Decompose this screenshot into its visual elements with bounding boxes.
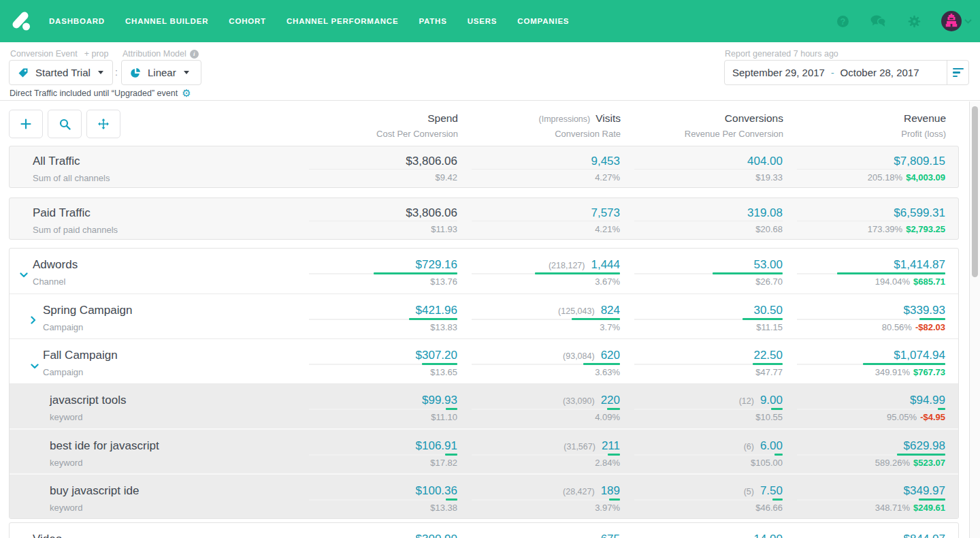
row-title[interactable]: All Traffic <box>33 155 295 168</box>
row-title[interactable]: Adwords <box>33 258 295 272</box>
column-header-visits[interactable]: (Impressions)VisitsConversion Rate <box>458 112 621 139</box>
metric-cell: $349.97348.71%$249.61 <box>783 475 945 518</box>
cell-value[interactable]: $421.96 <box>416 304 457 317</box>
table-row[interactable]: javascript toolskeyword$99.93$11.10(33,0… <box>10 383 958 428</box>
cell-value[interactable]: $106.91 <box>416 439 457 453</box>
filter-colon: : <box>115 67 118 78</box>
nav-item-paths[interactable]: PATHS <box>419 17 446 25</box>
info-icon[interactable]: i <box>190 50 199 59</box>
cell-value[interactable]: 620 <box>601 349 620 362</box>
table-row[interactable]: best ide for javascriptkeyword$106.91$17… <box>10 428 958 473</box>
cell-value[interactable]: 404.00 <box>747 155 783 168</box>
nav-item-channel-builder[interactable]: CHANNEL BUILDER <box>125 17 208 25</box>
table-row[interactable]: AdwordsChannel$729.16$13.76(218,127)1,44… <box>10 249 958 294</box>
metric-cell: (218,127)1,4443.67% <box>457 249 620 294</box>
cell-value[interactable]: $729.16 <box>416 258 457 272</box>
row-name-block: Spring CampaignCampaign <box>10 294 295 338</box>
cell-value[interactable]: $6,599.31 <box>894 206 945 220</box>
nav-item-channel-performance[interactable]: CHANNEL PERFORMANCE <box>287 17 399 25</box>
cell-value[interactable]: $7,809.15 <box>894 155 945 168</box>
cell-value[interactable]: 6.00 <box>760 439 783 453</box>
add-prop-label[interactable]: + prop <box>84 49 109 59</box>
row-title[interactable]: best ide for javascript <box>50 439 295 453</box>
cell-value[interactable]: 22.50 <box>753 349 783 362</box>
metric-cell: (5)7.50$46.66 <box>620 475 783 518</box>
table-row[interactable]: buy javascript idekeyword$100.36$13.38(2… <box>10 473 958 518</box>
cell-value[interactable]: $307.20 <box>416 349 457 362</box>
column-header-revenue[interactable]: RevenueProfit (loss) <box>783 112 946 139</box>
table-row[interactable]: Paid TrafficSum of paid channels$3,806.0… <box>10 198 958 239</box>
conversion-event-label: Conversion Event+ prop <box>10 49 108 59</box>
table-row[interactable]: All TrafficSum of all channels$3,806.06$… <box>10 146 958 187</box>
sub-value: $11.93 <box>431 224 457 234</box>
cell-value[interactable]: $349.97 <box>904 484 945 498</box>
attribution-logo-icon[interactable] <box>12 10 31 32</box>
account-chevron-icon[interactable] <box>964 19 972 24</box>
value-track <box>634 221 783 221</box>
nav-item-dashboard[interactable]: DASHBOARD <box>49 17 105 25</box>
profit-pct: 95.05% <box>887 412 917 422</box>
cell-value[interactable]: $94.99 <box>910 394 945 407</box>
table-row[interactable]: VideoChannel$300.9067514.00$844.07 <box>10 523 958 538</box>
cell-value[interactable]: $1,414.87 <box>894 258 945 272</box>
nav-item-users[interactable]: USERS <box>468 17 497 25</box>
cell-value[interactable]: $844.07 <box>904 533 945 538</box>
date-filter-button[interactable] <box>947 61 968 84</box>
row-title[interactable]: javascript tools <box>50 394 295 407</box>
metric-cell: 22.50$47.77 <box>620 339 783 383</box>
cell-value[interactable]: $629.98 <box>904 439 945 453</box>
cell-value[interactable]: 675 <box>601 533 620 538</box>
value-bar <box>742 318 783 320</box>
value-bar <box>897 454 945 456</box>
cell-value[interactable]: 30.50 <box>753 304 783 317</box>
row-name-block: Fall CampaignCampaign <box>10 339 295 383</box>
sub-value: $47.77 <box>755 367 783 377</box>
cell-value[interactable]: 189 <box>601 484 620 498</box>
row-title[interactable]: Paid Traffic <box>33 206 295 220</box>
attribution-model-select[interactable]: Linear <box>121 60 201 85</box>
cell-value[interactable]: $1,074.94 <box>894 349 945 362</box>
nav-item-companies[interactable]: COMPANIES <box>517 17 569 25</box>
cell-value[interactable]: 319.08 <box>747 206 783 220</box>
cell-value[interactable]: 1,444 <box>591 258 620 272</box>
table-row[interactable]: Fall CampaignCampaign$307.20$13.65(93,08… <box>10 338 958 383</box>
column-subtitle: Cost Per Conversion <box>295 129 458 139</box>
row-title[interactable]: buy javascript ide <box>50 484 295 498</box>
cell-value[interactable]: 9,453 <box>591 155 620 168</box>
nav-item-cohort[interactable]: COHORT <box>229 17 266 25</box>
avatar[interactable] <box>941 11 962 31</box>
cell-value[interactable]: 53.00 <box>753 258 783 272</box>
sub-value: 3.97% <box>595 503 620 513</box>
table-row[interactable]: Spring CampaignCampaign$421.96$13.83(125… <box>10 294 958 338</box>
profit-value: $249.61 <box>913 503 945 513</box>
scrollbar-thumb[interactable] <box>972 106 978 277</box>
column-header-conversions[interactable]: ConversionsRevenue Per Conversion <box>621 112 783 139</box>
chat-icon[interactable] <box>870 15 886 27</box>
row-title[interactable]: Video <box>33 533 295 538</box>
cell-value[interactable]: 220 <box>601 394 620 407</box>
cell-value[interactable]: 9.00 <box>760 394 783 407</box>
column-subtitle: Revenue Per Conversion <box>621 129 783 139</box>
cell-pre-value: (93,084) <box>563 351 595 361</box>
cell-value[interactable]: $100.36 <box>416 484 457 498</box>
cell-value[interactable]: $300.90 <box>416 533 457 538</box>
row-title[interactable]: Spring Campaign <box>43 304 295 317</box>
cell-value[interactable]: $99.93 <box>422 394 457 407</box>
cell-value[interactable]: 7.50 <box>760 484 783 498</box>
conversion-event-select[interactable]: Started Trial <box>9 60 113 85</box>
scrollbar[interactable] <box>969 101 980 538</box>
cell-value[interactable]: 7,573 <box>591 206 620 220</box>
cell-value[interactable]: $339.93 <box>904 304 945 317</box>
row-title[interactable]: Fall Campaign <box>43 349 295 362</box>
metric-cell: 7,5734.21% <box>457 198 620 239</box>
sub-value: 3.7% <box>600 322 620 332</box>
cell-value[interactable]: 211 <box>602 439 620 453</box>
column-header-spend[interactable]: SpendCost Per Conversion <box>295 112 458 139</box>
cell-value[interactable]: 14.00 <box>753 533 783 538</box>
cell-pre-value: (28,427) <box>563 487 595 496</box>
help-icon[interactable]: ? <box>837 16 849 27</box>
cell-value[interactable]: 824 <box>601 304 620 317</box>
date-range-picker[interactable]: September 29, 2017 - October 28, 2017 <box>724 60 969 85</box>
settings-icon[interactable] <box>908 15 921 28</box>
note-gear-icon[interactable]: ⚙ <box>182 88 191 98</box>
